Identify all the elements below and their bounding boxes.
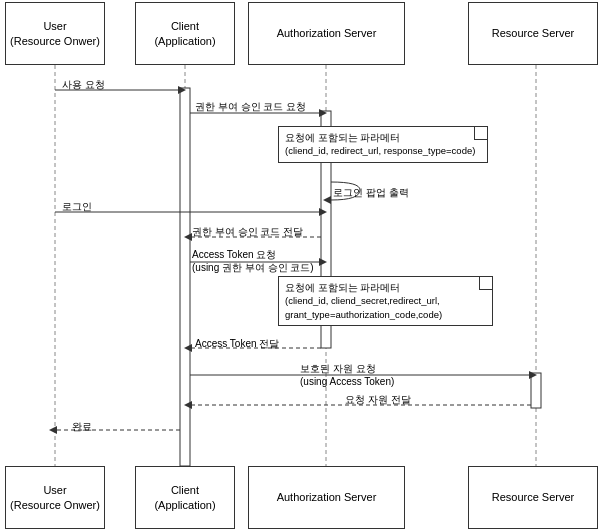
actor-resource-top: Resource Server [468,2,598,65]
note-2: 요청에 포함되는 파라메터(cliend_id, cliend_secret,r… [278,276,493,326]
svg-marker-11 [323,196,331,204]
actor-client-top-label: Client(Application) [154,19,215,48]
arrow-label-6: Access Token 요청(using 권한 부여 승인 코드) [192,248,314,274]
svg-marker-8 [178,86,186,94]
actor-client-top: Client(Application) [135,2,235,65]
actor-resource-bottom-label: Resource Server [492,490,575,504]
note-1-text: 요청에 포함되는 파라메터(cliend_id, redirect_url, r… [285,132,475,156]
svg-marker-23 [184,401,192,409]
actor-auth-top-label: Authorization Server [277,26,377,40]
actor-resource-bottom: Resource Server [468,466,598,529]
arrow-label-1: 사용 요청 [62,78,105,92]
sequence-diagram: User(Resource Onwer) Client(Application)… [0,0,602,531]
svg-rect-6 [531,373,541,408]
actor-auth-top: Authorization Server [248,2,405,65]
arrow-label-5: 권한 부여 승인 코드 전달 [192,225,303,239]
svg-marker-25 [49,426,57,434]
actor-user-top: User(Resource Onwer) [5,2,105,65]
actor-auth-bottom-label: Authorization Server [277,490,377,504]
arrow-label-3: 로그인 팝업 출력 [333,186,409,200]
svg-marker-19 [184,344,192,352]
arrow-label-4: 로그인 [62,200,92,214]
svg-marker-15 [184,233,192,241]
actor-user-bottom: User(Resource Onwer) [5,466,105,529]
svg-marker-21 [529,371,537,379]
note-1: 요청에 포함되는 파라메터(cliend_id, redirect_url, r… [278,126,488,163]
arrow-label-8: 보호된 자원 요청(using Access Token) [300,362,394,388]
actor-user-bottom-label: User(Resource Onwer) [10,483,100,512]
svg-rect-4 [180,88,190,466]
note-2-text: 요청에 포함되는 파라메터(cliend_id, cliend_secret,r… [285,282,442,320]
arrow-label-10: 완료 [72,420,92,434]
arrow-label-2: 권한 부여 승인 코드 요청 [195,100,306,114]
arrow-label-9: 요청 자원 전달 [345,393,411,407]
actor-resource-top-label: Resource Server [492,26,575,40]
svg-marker-10 [319,109,327,117]
actor-client-bottom: Client(Application) [135,466,235,529]
svg-marker-13 [319,208,327,216]
arrow-label-7: Access Token 전달 [195,337,279,351]
actor-client-bottom-label: Client(Application) [154,483,215,512]
svg-marker-17 [319,258,327,266]
actor-user-top-label: User(Resource Onwer) [10,19,100,48]
actor-auth-bottom: Authorization Server [248,466,405,529]
